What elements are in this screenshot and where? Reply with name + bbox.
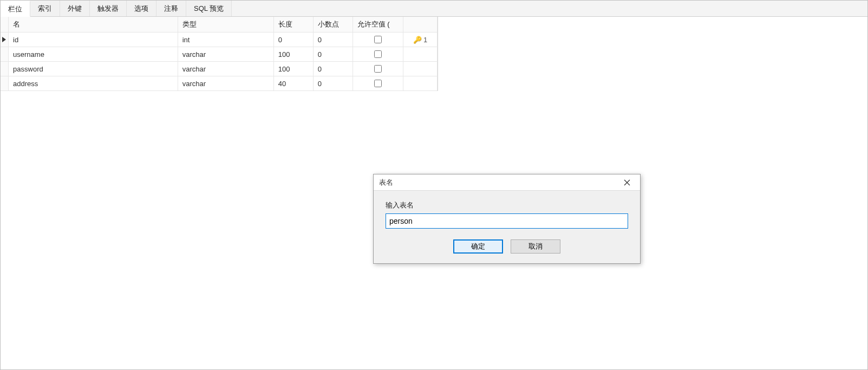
fields-grid: 名 类型 长度 小数点 允许空值 ( idint00🔑1usernamevarc… — [1, 17, 438, 91]
cell-decimals[interactable]: 0 — [313, 62, 353, 76]
tab-label: 触发器 — [97, 4, 119, 14]
table-row[interactable]: usernamevarchar1000 — [1, 47, 438, 62]
cell-name[interactable]: id — [9, 33, 178, 47]
cell-decimals[interactable]: 0 — [313, 47, 353, 62]
tab-bar: 栏位 索引 外键 触发器 选项 注释 SQL 预览 — [1, 1, 867, 17]
cell-allow-null[interactable] — [353, 47, 403, 62]
tab-label: SQL 预览 — [194, 4, 224, 14]
dialog-title-text: 表名 — [379, 178, 393, 187]
cell-allow-null[interactable] — [353, 62, 403, 76]
key-order: 1 — [423, 36, 427, 44]
col-header-null[interactable]: 允许空值 ( — [353, 17, 403, 33]
cell-name[interactable]: address — [9, 76, 178, 91]
gutter-header — [1, 17, 9, 33]
cancel-button[interactable]: 取消 — [511, 239, 560, 254]
cell-type[interactable]: varchar — [178, 76, 273, 91]
cell-length[interactable]: 100 — [273, 62, 313, 76]
row-pointer-icon — [2, 37, 6, 42]
allow-null-checkbox[interactable] — [374, 80, 382, 87]
ok-button[interactable]: 确定 — [453, 239, 503, 254]
cell-key[interactable]: 🔑1 — [403, 33, 438, 47]
app-window: 栏位 索引 外键 触发器 选项 注释 SQL 预览 名 类型 长度 小数点 允许… — [0, 0, 868, 370]
fields-table[interactable]: 名 类型 长度 小数点 允许空值 ( idint00🔑1usernamevarc… — [1, 17, 438, 91]
tab-indexes[interactable]: 索引 — [30, 1, 60, 16]
cell-length[interactable]: 40 — [273, 76, 313, 91]
tab-comment[interactable]: 注释 — [156, 1, 186, 16]
row-gutter — [1, 76, 9, 91]
content-area: 名 类型 长度 小数点 允许空值 ( idint00🔑1usernamevarc… — [1, 17, 867, 369]
table-name-label: 输入表名 — [386, 200, 628, 210]
dialog-titlebar[interactable]: 表名 — [374, 174, 640, 191]
tab-options[interactable]: 选项 — [127, 1, 156, 16]
col-header-name[interactable]: 名 — [9, 17, 178, 33]
tab-label: 外键 — [68, 4, 82, 14]
cell-key[interactable] — [403, 47, 438, 62]
close-button[interactable] — [618, 176, 636, 189]
tab-label: 索引 — [38, 4, 52, 14]
tab-label: 选项 — [134, 4, 148, 14]
tab-triggers[interactable]: 触发器 — [90, 1, 127, 16]
cell-type[interactable]: int — [178, 33, 273, 47]
tab-label: 注释 — [164, 4, 178, 14]
cell-type[interactable]: varchar — [178, 62, 273, 76]
table-row[interactable]: passwordvarchar1000 — [1, 62, 438, 76]
tab-label: 栏位 — [8, 4, 22, 14]
key-icon: 🔑 — [413, 36, 422, 44]
primary-key-indicator: 🔑1 — [408, 36, 433, 44]
table-name-input[interactable] — [386, 213, 628, 229]
col-header-type[interactable]: 类型 — [178, 17, 273, 33]
allow-null-checkbox[interactable] — [374, 50, 382, 58]
close-icon — [624, 179, 630, 186]
table-header-row: 名 类型 长度 小数点 允许空值 ( — [1, 17, 438, 33]
col-header-length[interactable]: 长度 — [273, 17, 313, 33]
row-gutter — [1, 33, 9, 47]
row-gutter — [1, 47, 9, 62]
cell-decimals[interactable]: 0 — [313, 76, 353, 91]
cell-allow-null[interactable] — [353, 76, 403, 91]
dialog-buttons: 确定 取消 — [374, 235, 640, 263]
cell-key[interactable] — [403, 62, 438, 76]
cell-name[interactable]: username — [9, 47, 178, 62]
cell-allow-null[interactable] — [353, 33, 403, 47]
allow-null-checkbox[interactable] — [374, 65, 382, 73]
table-row[interactable]: addressvarchar400 — [1, 76, 438, 91]
col-header-key — [403, 17, 438, 33]
cell-key[interactable] — [403, 76, 438, 91]
dialog-body: 输入表名 — [374, 191, 640, 235]
tab-fkeys[interactable]: 外键 — [60, 1, 90, 16]
table-name-dialog: 表名 输入表名 确定 取消 — [373, 174, 641, 264]
cell-decimals[interactable]: 0 — [313, 33, 353, 47]
cell-type[interactable]: varchar — [178, 47, 273, 62]
tab-sqlprev[interactable]: SQL 预览 — [186, 1, 232, 16]
table-row[interactable]: idint00🔑1 — [1, 33, 438, 47]
row-gutter — [1, 62, 9, 76]
col-header-decimals[interactable]: 小数点 — [313, 17, 353, 33]
cell-length[interactable]: 100 — [273, 47, 313, 62]
cell-length[interactable]: 0 — [273, 33, 313, 47]
cell-name[interactable]: password — [9, 62, 178, 76]
allow-null-checkbox[interactable] — [374, 36, 382, 43]
tab-fields[interactable]: 栏位 — [1, 1, 30, 17]
